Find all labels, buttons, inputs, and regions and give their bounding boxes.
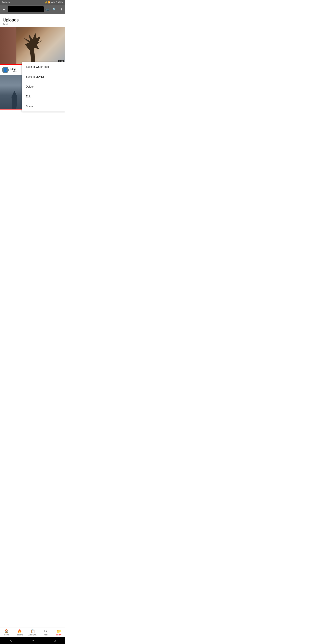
save-to-watch-later-button[interactable]: Save to Watch later <box>22 62 66 72</box>
edit-button[interactable]: Edit <box>22 92 66 102</box>
save-to-playlist-button[interactable]: Save to playlist <box>22 72 66 82</box>
delete-button[interactable]: Delete <box>22 82 66 92</box>
context-menu: Save to Watch later Save to playlist Del… <box>22 62 66 112</box>
context-menu-overlay[interactable]: Save to Watch later Save to playlist Del… <box>0 0 66 142</box>
share-button[interactable]: Share <box>22 102 66 112</box>
